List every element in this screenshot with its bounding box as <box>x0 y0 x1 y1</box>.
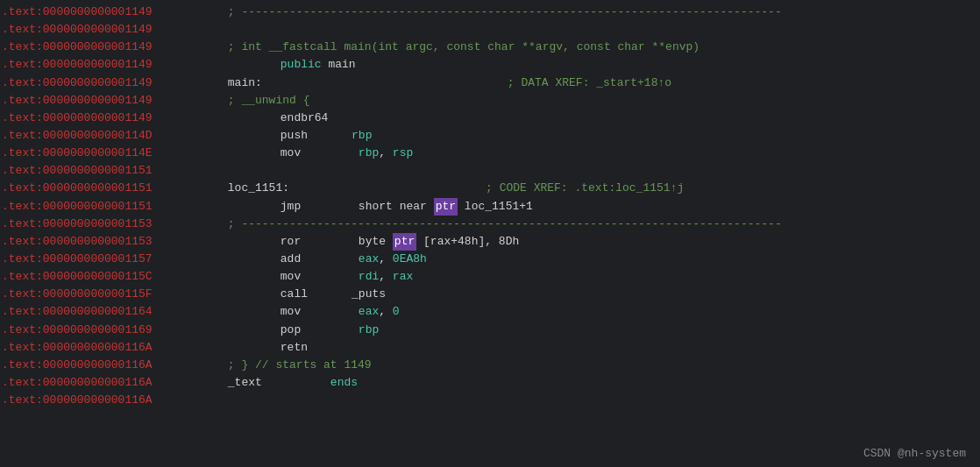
address: .text:000000000000115F <box>2 286 221 303</box>
comment: ; DATA XREF: _start+18↑o <box>508 74 671 92</box>
code-line: .text:0000000000001149 public main <box>0 56 980 74</box>
code-line: .text:000000000000116A _text ends <box>0 374 980 392</box>
mnemonic: mov <box>281 303 324 321</box>
plain-text: short near <box>359 198 434 216</box>
code-line: .text:000000000000115F call _puts <box>0 286 980 303</box>
plain-text: byte <box>359 233 393 251</box>
code-line: .text:0000000000001157 add eax, 0EA8h <box>0 251 980 268</box>
address: .text:0000000000001149 <box>2 92 221 110</box>
address: .text:000000000000115C <box>2 268 221 286</box>
label-inline: main: <box>228 74 262 92</box>
register: rbp <box>359 145 379 162</box>
mnemonic: mov <box>281 145 324 162</box>
code-line: .text:0000000000001149 ; __unwind { <box>0 92 980 110</box>
address: .text:0000000000001157 <box>2 251 221 268</box>
plain-text: , <box>379 145 393 162</box>
address: .text:0000000000001151 <box>2 162 221 180</box>
address: .text:0000000000001149 <box>2 39 221 56</box>
plain-text: , <box>379 303 393 321</box>
comment: ; } // starts at 1149 <box>228 357 372 374</box>
address: .text:0000000000001149 <box>2 74 221 92</box>
comment: ; --------------------------------------… <box>228 4 782 21</box>
mnemonic: endbr64 <box>281 110 329 127</box>
watermark-label: CSDN @nh-system <box>863 447 966 460</box>
code-line: .text:0000000000001149 endbr64 <box>0 110 980 127</box>
address: .text:000000000000116A <box>2 339 221 357</box>
mnemonic: jmp <box>281 198 324 216</box>
plain-text: [rax+48h], 8Dh <box>416 233 519 251</box>
code-line: .text:0000000000001164 mov eax, 0 <box>0 303 980 321</box>
address: .text:000000000000116A <box>2 392 221 409</box>
code-line: .text:000000000000114E mov rbp, rsp <box>0 145 980 162</box>
register: rdi <box>359 268 379 286</box>
code-line: .text:0000000000001151 loc_1151:; CODE X… <box>0 180 980 197</box>
comment: ; __unwind { <box>228 92 310 110</box>
comment: ; CODE XREF: .text:loc_1151↑j <box>486 180 684 197</box>
address: .text:0000000000001149 <box>2 4 221 21</box>
ptr-keyword: ptr <box>393 233 416 251</box>
register: rbp <box>352 127 372 145</box>
address: .text:0000000000001149 <box>2 56 221 74</box>
plain-text: loc_1151+1 <box>458 198 533 216</box>
address: .text:000000000000114D <box>2 127 221 145</box>
register: rbp <box>359 322 379 339</box>
code-line: .text:000000000000116A ; } // starts at … <box>0 357 980 374</box>
code-line: .text:0000000000001151 jmp short near pt… <box>0 198 980 216</box>
code-line: .text:0000000000001149 main:; DATA XREF:… <box>0 74 980 92</box>
code-line: .text:0000000000001153 ; ---------------… <box>0 216 980 233</box>
keyword: public <box>281 56 322 74</box>
address: .text:0000000000001169 <box>2 322 221 339</box>
address: .text:0000000000001149 <box>2 110 221 127</box>
code-line: .text:000000000000116A retn <box>0 339 980 357</box>
mnemonic: add <box>281 251 324 268</box>
address: .text:0000000000001153 <box>2 216 221 233</box>
keyword: ends <box>330 374 358 392</box>
mnemonic: call <box>281 286 324 303</box>
code-line: .text:0000000000001169 pop rbp <box>0 322 980 339</box>
register: eax <box>359 303 379 321</box>
code-view: .text:0000000000001149 ; ---------------… <box>0 0 980 467</box>
comment: ; --------------------------------------… <box>228 216 782 233</box>
ptr-keyword: ptr <box>434 198 458 216</box>
code-line: .text:0000000000001149 <box>0 21 980 39</box>
comment: ; int __fastcall main(int argc, const ch… <box>228 39 699 56</box>
code-line: .text:0000000000001151 <box>0 162 980 180</box>
plain-text: , <box>379 251 393 268</box>
address: .text:0000000000001151 <box>2 180 221 197</box>
mnemonic: ror <box>281 233 324 251</box>
address: .text:0000000000001151 <box>2 198 221 216</box>
register: rax <box>393 268 413 286</box>
address: .text:000000000000116A <box>2 357 221 374</box>
label-inline: loc_1151: <box>228 180 289 197</box>
plain-text: _puts <box>352 286 386 303</box>
label-inline: _text <box>228 374 262 392</box>
address: .text:0000000000001149 <box>2 21 221 39</box>
mnemonic: mov <box>281 268 324 286</box>
code-line: .text:0000000000001149 ; int __fastcall … <box>0 39 980 56</box>
plain-text: , <box>379 268 393 286</box>
mnemonic: retn <box>281 339 324 357</box>
register: eax <box>359 251 379 268</box>
code-line: .text:0000000000001149 ; ---------------… <box>0 4 980 21</box>
address: .text:000000000000116A <box>2 374 221 392</box>
address: .text:0000000000001153 <box>2 233 221 251</box>
mnemonic: push <box>281 127 324 145</box>
code-line: .text:000000000000114D push rbp <box>0 127 980 145</box>
number: 0 <box>393 303 400 321</box>
code-line: .text:000000000000116A <box>0 392 980 409</box>
code-line: .text:0000000000001153 ror byte ptr [rax… <box>0 233 980 251</box>
address: .text:000000000000114E <box>2 145 221 162</box>
code-line: .text:000000000000115C mov rdi, rax <box>0 268 980 286</box>
number: 0EA8h <box>393 251 427 268</box>
mnemonic: pop <box>281 322 324 339</box>
register: rsp <box>393 145 413 162</box>
address: .text:0000000000001164 <box>2 303 221 321</box>
label: main <box>328 56 355 74</box>
